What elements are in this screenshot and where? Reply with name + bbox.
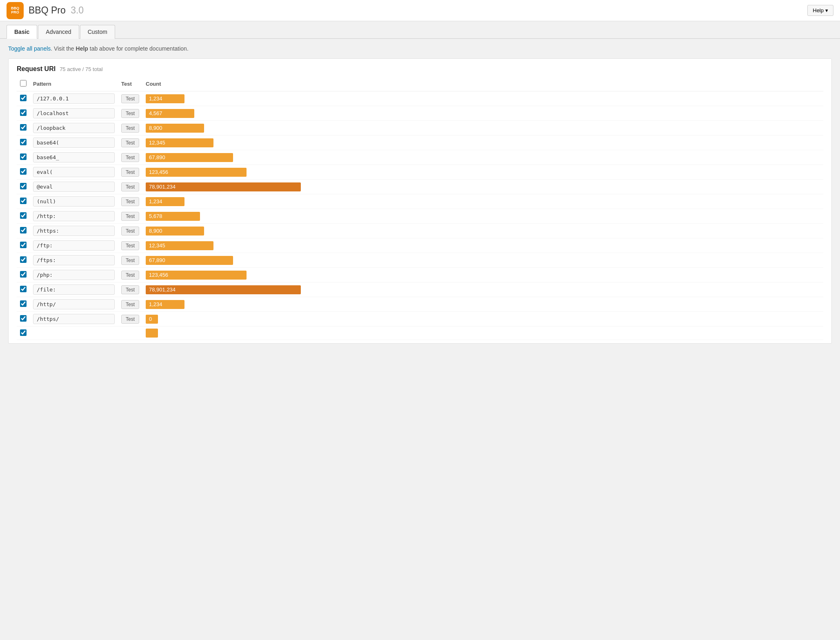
rule-checkbox-cell [17,327,30,340]
pattern-input[interactable] [33,255,115,265]
pattern-input[interactable] [33,299,115,309]
rule-checkbox[interactable] [20,198,27,204]
pattern-input[interactable] [33,270,115,280]
count-label: 1,234 [149,96,162,102]
rule-pattern-cell [30,121,118,136]
panel-header: Request URI 75 active / 75 total [17,65,823,73]
rule-checkbox-cell [17,312,30,327]
test-button[interactable]: Test [121,300,139,309]
rule-pattern-cell [30,136,118,150]
test-button[interactable]: Test [121,256,139,265]
rule-checkbox[interactable] [20,212,27,219]
tab-basic-label: Basic [14,29,29,35]
table-row: Test1,234 [17,297,823,312]
pattern-input[interactable] [33,211,115,221]
rule-checkbox[interactable] [20,300,27,307]
test-button[interactable]: Test [121,168,139,177]
count-label: 123,456 [149,169,168,175]
pattern-input[interactable] [33,182,115,192]
toggle-all-link[interactable]: Toggle all panels [8,45,51,52]
count-label: 67,890 [149,154,165,160]
test-button[interactable]: Test [121,153,139,162]
rule-pattern-cell [30,224,118,238]
count-bar: 123,456 [146,168,247,177]
rule-checkbox[interactable] [20,315,27,322]
rule-checkbox[interactable] [20,183,27,189]
test-button[interactable]: Test [121,138,139,147]
col-header-pattern: Pattern [30,78,118,91]
pattern-input[interactable] [33,284,115,295]
tab-custom[interactable]: Custom [80,25,115,39]
count-label: 1,234 [149,301,162,307]
rule-checkbox[interactable] [20,286,27,292]
test-button[interactable]: Test [121,124,139,133]
table-header-row: Pattern Test Count [17,78,823,91]
pattern-input[interactable] [33,123,115,133]
test-button[interactable]: Test [121,212,139,221]
help-button[interactable]: Help ▾ [807,5,833,16]
rule-checkbox-cell [17,238,30,253]
rule-test-cell: Test [118,165,142,180]
rule-checkbox[interactable] [20,153,27,160]
rule-pattern-cell [30,297,118,312]
test-button[interactable]: Test [121,197,139,206]
rule-bar-cell: 123,456 [142,165,823,180]
count-label: 8,900 [149,228,162,234]
rule-checkbox[interactable] [20,271,27,278]
rule-checkbox[interactable] [20,242,27,248]
rule-pattern-cell [30,253,118,268]
test-button[interactable]: Test [121,285,139,294]
count-bar: 78,901,234 [146,285,301,294]
test-button[interactable]: Test [121,315,139,324]
test-button[interactable]: Test [121,94,139,103]
test-button[interactable]: Test [121,227,139,236]
col-header-check [17,78,30,91]
select-all-checkbox[interactable] [20,80,27,87]
rule-checkbox[interactable] [20,124,27,131]
request-uri-panel: Request URI 75 active / 75 total Pattern… [8,58,832,344]
table-row: Test8,900 [17,224,823,238]
rule-checkbox-cell [17,180,30,194]
tab-advanced[interactable]: Advanced [38,25,79,39]
test-button[interactable]: Test [121,241,139,250]
pattern-input[interactable] [33,167,115,177]
rule-test-cell [118,327,142,340]
rule-checkbox-cell [17,224,30,238]
tab-basic[interactable]: Basic [7,25,37,39]
rule-checkbox[interactable] [20,329,27,336]
rule-checkbox-cell [17,194,30,209]
pattern-input[interactable] [33,240,115,251]
pattern-input[interactable] [33,138,115,148]
test-button[interactable]: Test [121,182,139,191]
rule-bar-cell: 8,900 [142,224,823,238]
pattern-input[interactable] [33,93,115,104]
help-button-label: Help [813,7,824,13]
intro-desc: . Visit the [51,45,76,52]
rule-checkbox[interactable] [20,256,27,263]
rule-checkbox[interactable] [20,109,27,116]
count-bar: 5,678 [146,212,200,221]
test-button[interactable]: Test [121,271,139,280]
rule-bar-cell: 1,234 [142,297,823,312]
rule-checkbox[interactable] [20,95,27,101]
pattern-input[interactable] [33,152,115,162]
pattern-input[interactable] [33,314,115,324]
count-bar: 8,900 [146,124,204,133]
rule-pattern-cell [30,165,118,180]
rule-checkbox[interactable] [20,227,27,233]
rule-checkbox[interactable] [20,168,27,175]
rule-pattern-cell [30,194,118,209]
app-name-text: BBQ Pro [29,5,66,16]
rule-checkbox[interactable] [20,139,27,145]
rule-bar-cell: 1,234 [142,91,823,106]
test-button[interactable]: Test [121,109,139,118]
rule-bar-cell: 1,234 [142,194,823,209]
count-label: 1,234 [149,198,162,204]
rule-checkbox-cell [17,136,30,150]
pattern-input[interactable] [33,226,115,236]
table-row: Test67,890 [17,253,823,268]
rule-test-cell: Test [118,150,142,165]
pattern-input[interactable] [33,108,115,118]
pattern-input[interactable] [33,196,115,207]
rule-bar-cell: 12,345 [142,136,823,150]
